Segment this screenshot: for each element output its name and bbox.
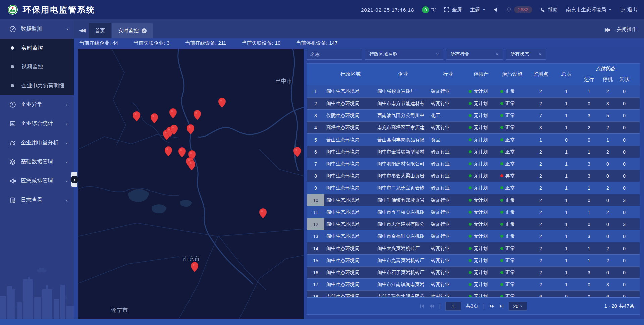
map-canvas[interactable]: 巴中市 南充市 遂宁市	[78, 49, 304, 319]
sidebar-collapse-handle[interactable]: ‹	[70, 172, 79, 187]
map-marker-pin[interactable]	[194, 110, 201, 120]
table-row[interactable]: 10 阆中生态环境局 阆中千佛镇五郎垭页岩 砖瓦行业 无计划 正常	[307, 194, 640, 206]
help-button[interactable]: 帮助	[540, 7, 558, 13]
row-running-count: 1	[578, 210, 600, 215]
row-stop-status: 无计划	[465, 173, 497, 179]
logout-button[interactable]: 退出	[620, 7, 637, 13]
table-row[interactable]: 16 阆中生态环境局 阆中市石子页岩机砖厂 砖瓦行业 无计划 正常	[307, 266, 640, 278]
row-meter-count: 1	[554, 149, 578, 155]
row-stopped-count: 2	[600, 210, 616, 215]
row-monitor-count: 2	[527, 173, 554, 179]
last-page-button[interactable]	[499, 304, 504, 308]
status-dot	[500, 174, 503, 177]
chevron-left-icon: ‹	[66, 159, 68, 165]
table-row[interactable]: 2 阆中生态环境局 阆中市南方节能建材有 砖瓦行业 无计划 正常	[307, 97, 640, 109]
status-select[interactable]: 所有状态 ∨	[506, 49, 546, 60]
stats-doc-icon	[9, 120, 16, 127]
notifications[interactable]: 2632	[506, 6, 532, 13]
row-running-count: 0	[578, 282, 600, 287]
region-select[interactable]: 行政区域名称 ∨	[365, 49, 443, 60]
tabs-scroll-left-button[interactable]: ◀◀	[79, 27, 84, 33]
row-stop-status: 无计划	[465, 185, 497, 191]
map-marker-pin[interactable]	[191, 262, 198, 272]
table-row[interactable]: 13 阆中生态环境局 阆中市金福旺页岩机砖 砖瓦行业 无计划 正常	[307, 230, 640, 242]
table-row[interactable]: 7 阆中生态环境局 阆中明阳建材有限公司 砖瓦行业 无计划 正常	[307, 158, 640, 170]
table-row[interactable]: 3 仪陇生态环境局 西南油气田分公司川中 化工 无计划 正常	[307, 109, 640, 121]
page-size-select[interactable]: 20 ∨	[509, 302, 527, 311]
row-running-count: 3	[578, 161, 600, 167]
sidebar-item-video-monitoring[interactable]: 视频监控	[0, 57, 74, 76]
table-row[interactable]: 9 阆中生态环境局 阆中市二龙长宝页岩砖 砖瓦行业 无计划 正常	[307, 182, 640, 194]
row-offline-count: 0	[616, 89, 633, 94]
org-menu[interactable]: 南充市生态环境局▼	[566, 7, 612, 13]
status-dot	[469, 186, 472, 189]
sound-button[interactable]	[494, 7, 498, 12]
prev-page-button[interactable]	[429, 304, 434, 308]
tab-home[interactable]: 首页	[89, 23, 111, 38]
map-marker-pin[interactable]	[259, 208, 267, 218]
row-enterprise: 阆中市南方节能建材有	[375, 101, 428, 107]
row-meter-count: 0	[554, 294, 578, 298]
table-row[interactable]: 6 阆中生态环境局 阆中市金博瑞新型墙材 砖瓦行业 无计划 正常	[307, 146, 640, 158]
table-row[interactable]: 12 阆中生态环境局 阆中市忠信建材有限公 砖瓦行业 无计划 正常	[307, 218, 640, 230]
status-dot	[469, 138, 472, 141]
table-row[interactable]: 14 阆中生态环境局 阆中大兴页岩机砖厂 砖瓦行业 无计划 正常	[307, 242, 640, 254]
logout-icon	[620, 7, 625, 12]
sidebar-item-base-data[interactable]: 基础数据管理 ‹	[0, 152, 74, 171]
sidebar-item-enterprise-anomaly[interactable]: 企业异常 ‹	[0, 95, 74, 114]
table-row[interactable]: 18 南部生态环境局 南部县瑞华水泥有限公 建材行业 无计划 正常	[307, 290, 640, 297]
row-region: 阆中生态环境局	[324, 197, 375, 203]
row-stopped-count: 2	[600, 149, 616, 155]
map-marker-pin[interactable]	[133, 111, 140, 121]
sidebar-item-log-view[interactable]: 日志查看 ‹	[0, 191, 74, 210]
name-search-input[interactable]	[307, 49, 362, 60]
close-operations-button[interactable]: 关闭操作	[616, 26, 637, 33]
theme-menu[interactable]: 主题▼	[470, 7, 486, 13]
chevron-down-icon: ▼	[608, 8, 612, 11]
sidebar-item-power-load-detail[interactable]: 企业电力负荷明细	[0, 76, 74, 95]
sidebar-item-power-analysis[interactable]: 企业用电量分析 ‹	[0, 133, 74, 152]
column-header-offline: 失联	[616, 74, 633, 85]
fullscreen-button[interactable]: 全屏	[444, 7, 462, 13]
table-row[interactable]: 15 阆中生态环境局 阆中市光富页岩机砖厂 砖瓦行业 无计划 正常	[307, 254, 640, 266]
map-marker-pin[interactable]	[188, 160, 195, 170]
row-offline-count: 0	[616, 210, 633, 215]
table-row[interactable]: 8 阆中生态环境局 阆中市枣碧大梁山页岩 砖瓦行业 无计划 异常	[307, 170, 640, 182]
chevron-down-icon: ‹	[64, 29, 70, 30]
map-marker-pin[interactable]	[170, 125, 178, 135]
table-row[interactable]: 11 阆中生态环境局 阆中市五马桥页岩机砖 砖瓦行业 无计划 正常	[307, 206, 640, 218]
industry-select[interactable]: 所有行业 ∨	[446, 49, 503, 60]
tab-realtime-monitoring[interactable]: 实时监控 ✕	[112, 23, 153, 38]
map-marker-pin[interactable]	[151, 113, 158, 123]
row-offline-count: 0	[616, 234, 633, 239]
sidebar-item-emergency-reduction[interactable]: 应急减排管理 ‹	[0, 171, 74, 191]
next-page-button[interactable]	[489, 304, 495, 308]
table-row[interactable]: 5 营山生态环境局 营山县润丰肉食品有限 食品 无计划 正常	[307, 133, 640, 146]
row-offline-count: 0	[616, 258, 633, 263]
sidebar-item-enterprise-statistics[interactable]: 企业综合统计 ‹	[0, 114, 74, 133]
map-marker-pin[interactable]	[293, 147, 301, 157]
first-page-button[interactable]	[420, 304, 424, 308]
row-enterprise: 阆中市忠信建材有限公	[375, 221, 428, 227]
table-row[interactable]: 1 阆中生态环境局 阆中强锐页岩砖厂 砖瓦行业 无计划 正常	[307, 85, 640, 97]
row-industry: 砖瓦行业	[428, 173, 465, 179]
map-marker-pin[interactable]	[178, 147, 186, 157]
map-marker-pin[interactable]	[169, 108, 177, 118]
page-number-input[interactable]	[445, 302, 461, 311]
tabs-scroll-right-button[interactable]: ▶▶	[605, 26, 610, 33]
sidebar-item-data-monitoring[interactable]: 数据监测 ‹	[0, 19, 74, 39]
row-enterprise: 阆中强锐页岩砖厂	[375, 88, 428, 94]
tab-close-icon[interactable]: ✕	[142, 28, 147, 33]
table-row[interactable]: 4 高坪生态环境局 南充市高坪区王家店建 砖瓦行业 无计划 正常	[307, 121, 640, 133]
row-region: 阆中生态环境局	[324, 270, 375, 276]
table-row[interactable]: 17 阆中生态环境局 阆中市江南镇阆南页岩 砖瓦行业 无计划 正常	[307, 278, 640, 290]
row-region: 高坪生态环境局	[324, 125, 375, 131]
row-monitor-count: 2	[527, 282, 554, 287]
map-marker-pin[interactable]	[218, 98, 226, 108]
row-region: 阆中生态环境局	[324, 101, 375, 107]
row-monitor-count: 2	[527, 149, 554, 155]
map-marker-pin[interactable]	[187, 124, 194, 134]
row-region: 阆中生态环境局	[324, 246, 375, 252]
map-marker-pin[interactable]	[165, 146, 172, 156]
sidebar-item-realtime-monitoring[interactable]: 实时监控	[0, 39, 74, 57]
